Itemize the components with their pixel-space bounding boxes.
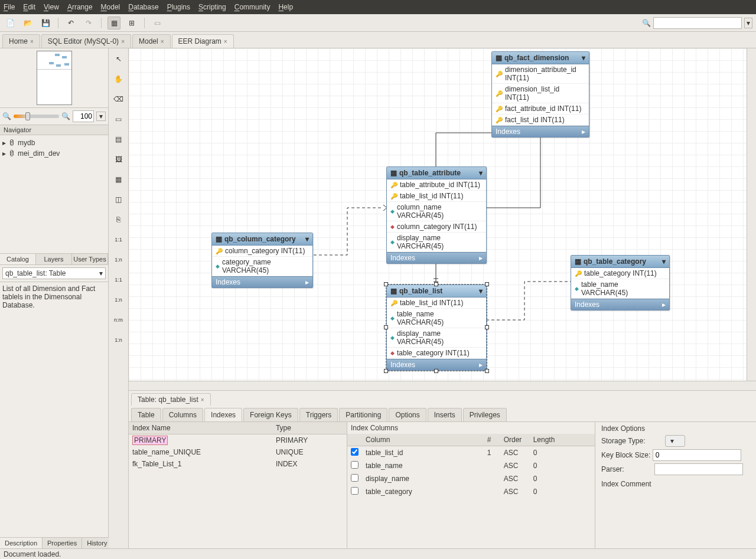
tab-user-types[interactable]: User Types (72, 254, 108, 264)
subtab-indexes[interactable]: Indexes (204, 408, 242, 421)
relnm-tool-icon[interactable]: n:m (112, 313, 126, 327)
index-columns-table[interactable]: Column # Order Length table_list_id1ASC0… (347, 434, 595, 498)
col-checkbox[interactable] (351, 461, 359, 469)
rel11-tool-icon[interactable]: 1:1 (112, 233, 126, 247)
table-row[interactable]: table_categoryASC0 (347, 485, 595, 498)
table-row[interactable]: fk_Table_List_1INDEX (129, 458, 347, 470)
expand-icon[interactable]: ▸ (2, 139, 6, 147)
relplace-tool-icon[interactable]: 1:n (112, 333, 126, 347)
eraser-tool-icon[interactable]: ⌫ (112, 92, 126, 106)
tab-home[interactable]: Home× (2, 34, 40, 48)
object-selector[interactable]: qb_table_list: Table▾ (0, 264, 108, 282)
tab-layers[interactable]: Layers (36, 254, 72, 264)
redo-icon[interactable]: ↷ (82, 17, 95, 30)
close-icon[interactable]: × (121, 38, 125, 45)
tab-properties[interactable]: Properties (43, 538, 82, 548)
rel1n-tool-icon[interactable]: 1:n (112, 253, 126, 267)
rel1nid-tool-icon[interactable]: 1:n (112, 293, 126, 307)
image-tool-icon[interactable]: 🖼 (112, 152, 126, 166)
view-tool-icon[interactable]: ◫ (112, 192, 126, 207)
subtab-inserts[interactable]: Inserts (428, 408, 462, 421)
search-options-icon[interactable]: ▾ (744, 18, 752, 28)
tab-model[interactable]: Model× (132, 34, 171, 48)
col-index-name[interactable]: Index Name (129, 422, 272, 434)
menu-database[interactable]: Database (128, 3, 158, 11)
diagram-canvas[interactable]: ▦qb_fact_dimension▾ 🔑dimension_attribute… (129, 48, 747, 381)
vertical-scrollbar[interactable] (747, 48, 756, 381)
subtab-options[interactable]: Options (389, 408, 426, 421)
collapse-icon[interactable]: ▾ (662, 257, 666, 266)
pointer-tool-icon[interactable]: ↖ (112, 52, 126, 66)
subtab-table[interactable]: Table (131, 408, 161, 421)
table-qb-table-attribute[interactable]: ▦qb_table_attribute▾ 🔑table_attribute_id… (386, 166, 487, 264)
col-column[interactable]: Column (362, 434, 484, 446)
menu-model[interactable]: Model (101, 3, 120, 11)
schema-item[interactable]: ▸🛢mydb (2, 138, 106, 148)
col-num[interactable]: # (484, 434, 500, 446)
table-qb-column-category[interactable]: ▦qb_column_category▾ 🔑column_category IN… (211, 233, 313, 288)
horizontal-scrollbar[interactable] (129, 381, 756, 390)
subtab-foreign-keys[interactable]: Foreign Keys (243, 408, 298, 421)
schema-item[interactable]: ▸🛢mei_dim_dev (2, 148, 106, 159)
routine-tool-icon[interactable]: ⎘ (112, 213, 126, 227)
menu-view[interactable]: View (44, 3, 59, 11)
table-qb-fact-dimension[interactable]: ▦qb_fact_dimension▾ 🔑dimension_attribute… (491, 51, 589, 138)
schema-tree[interactable]: ▸🛢mydb ▸🛢mei_dim_dev (0, 135, 108, 253)
menu-arrange[interactable]: Arrange (67, 3, 93, 11)
close-icon[interactable]: × (224, 38, 227, 45)
close-icon[interactable]: × (30, 38, 34, 45)
collapse-icon[interactable]: ▾ (479, 169, 483, 177)
collapse-icon[interactable]: ▾ (305, 235, 309, 243)
tab-description[interactable]: Description (0, 538, 43, 548)
col-length[interactable]: Length (530, 434, 595, 446)
expand-icon[interactable]: ▸ (662, 300, 666, 309)
storage-type-select[interactable]: ▾ (665, 435, 685, 447)
open-file-icon[interactable]: 📂 (21, 17, 34, 30)
note-tool-icon[interactable]: ▤ (112, 132, 126, 146)
expand-icon[interactable]: ▸ (2, 149, 6, 158)
search-input[interactable] (653, 17, 742, 29)
table-tool-icon[interactable]: ▦ (112, 172, 126, 187)
expand-icon[interactable]: ▸ (305, 278, 309, 286)
subtab-triggers[interactable]: Triggers (299, 408, 338, 421)
zoom-slider[interactable] (14, 115, 59, 118)
col-checkbox[interactable] (351, 448, 359, 456)
key-block-size-input[interactable] (653, 449, 741, 461)
zoom-value-input[interactable] (73, 110, 94, 122)
tab-sql-editor[interactable]: SQL Editor (MySQL-0)× (41, 34, 131, 48)
col-checkbox[interactable] (351, 474, 359, 482)
menu-file[interactable]: File (4, 3, 15, 11)
zoom-dropdown-icon[interactable]: ▾ (96, 112, 106, 121)
table-row[interactable]: table_list_id1ASC0 (347, 446, 595, 460)
table-qb-table-list[interactable]: ▦qb_table_list▾ 🔑table_list_id INT(11) ◆… (386, 285, 487, 371)
index-list-table[interactable]: Index NameType PRIMARYPRIMARY table_name… (129, 422, 347, 470)
snap-icon[interactable]: ⊞ (125, 17, 138, 30)
zoom-out-icon[interactable]: 🔍 (2, 112, 11, 120)
close-icon[interactable]: × (161, 38, 164, 45)
menu-community[interactable]: Community (234, 3, 271, 11)
new-file-icon[interactable]: 📄 (4, 17, 17, 30)
tab-catalog[interactable]: Catalog (0, 254, 36, 264)
hand-tool-icon[interactable]: ✋ (112, 72, 126, 86)
table-row[interactable]: table_name_UNIQUEUNIQUE (129, 446, 347, 458)
menu-help[interactable]: Help (278, 3, 293, 11)
subtab-columns[interactable]: Columns (162, 408, 203, 421)
table-row[interactable]: table_nameASC0 (347, 459, 595, 472)
collapse-icon[interactable]: ▾ (582, 54, 585, 62)
menu-plugins[interactable]: Plugins (167, 3, 190, 11)
expand-icon[interactable]: ▸ (479, 361, 483, 369)
grid-toggle-icon[interactable]: ▦ (107, 17, 120, 30)
save-icon[interactable]: 💾 (39, 17, 52, 30)
layer-tool-icon[interactable]: ▭ (112, 112, 126, 126)
expand-icon[interactable]: ▸ (582, 128, 585, 136)
undo-icon[interactable]: ↶ (64, 17, 77, 30)
menu-edit[interactable]: Edit (23, 3, 35, 11)
page-icon[interactable]: ▭ (151, 17, 164, 30)
tab-eer-diagram[interactable]: EER Diagram× (172, 34, 234, 48)
subtab-partitioning[interactable]: Partitioning (339, 408, 387, 421)
expand-icon[interactable]: ▸ (479, 254, 483, 262)
zoom-in-icon[interactable]: 🔍 (61, 112, 70, 120)
col-type[interactable]: Type (272, 422, 347, 434)
col-order[interactable]: Order (500, 434, 530, 446)
table-row[interactable]: display_nameASC0 (347, 472, 595, 485)
